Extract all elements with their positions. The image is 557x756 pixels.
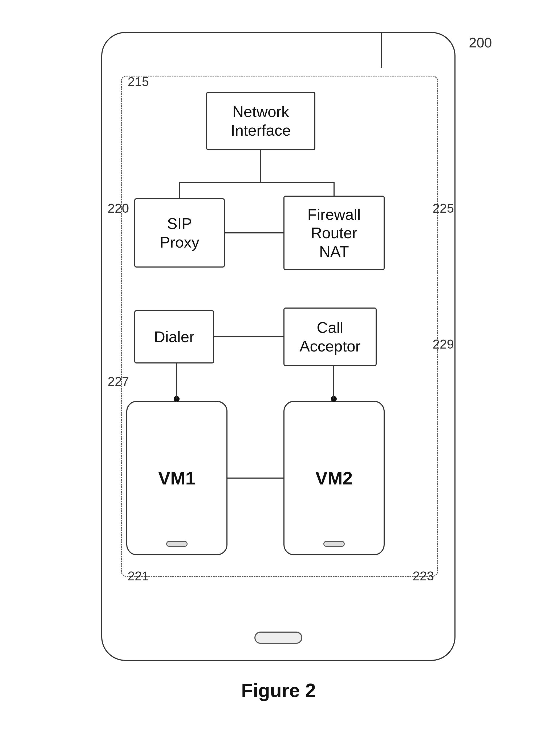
sip-proxy-label: SIPProxy [160,214,199,251]
ref-label-229: 229 [433,337,454,351]
outer-device: 215 220 225 227 229 221 223 NetworkInter… [101,32,456,661]
vm1-home-button [166,541,187,547]
top-line [381,33,382,68]
network-interface-label: NetworkInterface [231,102,291,139]
figure-caption: Figure 2 [241,679,316,740]
dialer-label: Dialer [154,327,195,346]
ref-label-200: 200 [469,35,492,51]
ref-label-221: 221 [127,569,149,583]
vm2-label: VM2 [315,468,353,489]
firewall-router-nat-box: FirewallRouterNAT [284,196,385,270]
outer-device-home-button [255,632,302,644]
firewall-router-nat-label: FirewallRouterNAT [307,205,361,261]
ref-label-215: 215 [127,74,149,89]
vm2-device: VM2 [284,401,385,555]
ref-label-227: 227 [108,374,129,389]
vm1-dot-connector [174,396,179,402]
ref-label-220: 220 [108,201,129,215]
ref-label-225: 225 [433,201,454,215]
vm2-home-button [323,541,345,547]
call-acceptor-label: CallAcceptor [300,318,361,355]
ref-label-223: 223 [413,569,434,583]
call-acceptor-box: CallAcceptor [284,308,377,366]
sip-proxy-box: SIPProxy [134,198,225,267]
page-container: 200 215 220 225 227 229 221 223 NetworkI… [0,0,557,756]
vm1-label: VM1 [158,468,196,489]
network-interface-box: NetworkInterface [206,92,315,150]
vm1-device: VM1 [126,401,228,555]
dialer-box: Dialer [134,310,214,364]
vm2-dot-connector [331,396,337,402]
